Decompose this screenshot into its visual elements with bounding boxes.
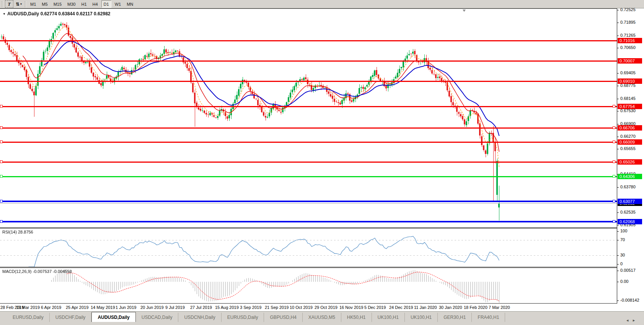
axis-tick-label: 0.71895 [620,20,636,24]
line-handle[interactable] [0,140,3,143]
chart-title: ▼AUDUSD,Daily 0.62774 0.63844 0.62117 0.… [3,11,110,16]
macd-canvas[interactable] [0,268,617,303]
axis-tick-label: 0.69405 [620,70,636,75]
price-line-0.69010[interactable] [0,81,617,82]
price-line-0.66706[interactable] [0,127,617,129]
axis-tick-label: 0.66270 [620,134,636,139]
price-line-0.71016[interactable] [0,40,617,41]
arrange-icon: ⇅ [16,2,19,7]
macd-label: MACD(12,26,9) -0.007537 -0.004558 [2,269,72,274]
price-axis[interactable]: 0.725250.718950.712650.706500.694050.687… [617,8,644,304]
price-line-0.70007[interactable] [0,60,617,62]
axis-tick-mark [617,225,619,225]
axis-tick-mark [617,231,619,232]
date-label: 21 Sep 2019 [265,305,289,310]
axis-tick-mark [617,99,619,99]
axis-tick-mark [617,48,619,48]
chart-tab-EURUSD-Daily[interactable]: EURUSD,Daily [222,313,264,322]
date-label: 27 Jul 2019 [190,305,212,310]
line-handle[interactable] [613,140,615,143]
chart-tab-HK50-H1[interactable]: HK50,H1 [341,313,372,322]
chart-tab-FRA40-H1[interactable]: FRA40,H1 [472,313,505,322]
axis-tick-label: 0.72525 [620,7,636,12]
line-handle[interactable] [0,200,3,203]
date-label: 1 Jun 2019 [116,305,136,310]
timeframe-toolbar: M1M5M15M30H1H4D1W1MN [28,0,135,8]
timeframe-button-M5[interactable]: M5 [39,0,50,8]
axis-tick-mark [617,282,619,282]
toolbar-grip[interactable] [2,1,3,7]
time-axis[interactable]: 28 Feb 201919 Mar 20196 Apr 201925 Apr 2… [0,304,644,312]
date-label: 15 Aug 2019 [215,305,239,310]
axis-tick-label: 0.71265 [620,33,636,38]
chart-shift-marker[interactable] [463,10,466,12]
main-chart-canvas[interactable] [0,9,617,227]
date-label: 24 Dec 2019 [389,305,413,310]
chart-tab-USDCAD-Daily[interactable]: USDCAD,Daily [136,313,179,322]
axis-tick-mark [617,23,619,23]
line-handle[interactable] [613,126,615,129]
date-label: 19 Mar 2019 [16,305,40,310]
chart-tab-USDCHF-Daily[interactable]: USDCHF,Daily [50,313,92,322]
line-handle[interactable] [0,160,3,163]
price-line-0.63077[interactable] [0,201,617,202]
line-handle[interactable] [0,220,3,223]
macd-panel: MACD(12,26,9) -0.007537 -0.004558 [0,268,617,304]
axis-tick-mark [617,271,619,271]
date-label: 5 Dec 2019 [364,305,386,310]
rsi-name: RSI(14) [2,230,17,234]
axis-tick-label: 0.00 [620,279,628,284]
price-line-label-0.63077: 0.63077 [618,199,642,204]
text-tool-button[interactable]: T [5,0,13,8]
chart-tab-XAUUSD-M5[interactable]: XAUUSD,M5 [303,313,341,322]
chart-tab-AUDUSD-Daily[interactable]: AUDUSD,Daily [91,312,135,322]
date-label: 16 Nov 2019 [339,305,363,310]
line-handle[interactable] [0,126,3,129]
date-label: 18 Feb 2020 [464,305,487,310]
price-line-0.67754[interactable] [0,106,617,107]
date-label: 6 Apr 2019 [41,305,61,310]
axis-tick-mark [617,255,619,256]
timeframe-button-D1[interactable]: D1 [101,0,111,8]
axis-tick-label: 30 [620,253,625,257]
timeframe-button-M15[interactable]: M15 [51,0,64,8]
line-handle[interactable] [613,160,615,163]
timeframe-button-M1[interactable]: M1 [28,0,38,8]
date-label: 20 Jun 2019 [140,305,164,310]
axis-tick-mark [617,86,619,86]
line-handle[interactable] [0,105,3,108]
window-status-strip [0,322,644,325]
bid-price-line [0,203,617,204]
date-label: 7 Mar 2020 [489,305,510,310]
chart-tab-GBPUSD-H4[interactable]: GBPUSD,H4 [264,313,302,322]
line-handle[interactable] [613,105,615,108]
line-handle[interactable] [613,220,615,223]
line-handle[interactable] [0,175,3,178]
price-line-0.64306[interactable] [0,176,617,177]
rsi-canvas[interactable] [0,229,617,267]
price-line-0.66009[interactable] [0,142,617,143]
price-line-0.65026[interactable] [0,162,617,163]
axis-tick-mark [617,111,619,111]
line-handle[interactable] [613,175,615,178]
chart-tab-EURUSD-Daily[interactable]: EURUSD,Daily [7,313,50,322]
timeframe-button-MN[interactable]: MN [124,0,135,8]
price-line-label-0.66009: 0.66009 [618,139,642,145]
arrange-windows-button[interactable]: ⇅ ▾ [13,0,24,8]
chart-tab-USDCNH-Daily[interactable]: USDCNH,Daily [178,313,221,322]
timeframe-button-W1[interactable]: W1 [112,0,124,8]
timeframe-button-H1[interactable]: H1 [79,0,89,8]
rsi-panel: RSI(14) 28.8756 [0,228,617,267]
timeframe-button-H4[interactable]: H4 [90,0,100,8]
price-line-0.62068[interactable] [0,221,617,222]
timeframe-button-M30[interactable]: M30 [65,0,78,8]
rsi-level-30 [0,255,617,256]
price-line-label-0.71016: 0.71016 [618,38,642,43]
date-label: 25 Apr 2019 [66,305,88,310]
line-handle[interactable] [613,200,615,203]
chart-tab-GER30-H1[interactable]: GER30,H1 [438,313,472,322]
toolbar-grip[interactable] [25,1,26,7]
price-line-label-0.69010: 0.69010 [618,78,642,84]
chart-tab-UK100-H1[interactable]: UK100,H1 [372,313,405,322]
chart-tab-UK100-H1[interactable]: UK100,H1 [405,313,438,322]
